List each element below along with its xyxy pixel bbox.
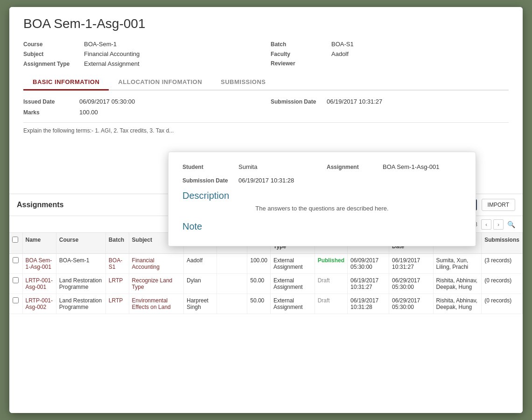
row-allocated-to-0: Sumita, Xun, Liling, Prachi xyxy=(433,254,482,274)
basic-info-content: Issued Date 06/09/2017 05:30:00 Submissi… xyxy=(23,98,509,116)
assignment-type-label: Assignment Type xyxy=(23,61,79,67)
tab-basic-information[interactable]: BASIC INFORMATION xyxy=(23,75,109,91)
row-checkbox-0[interactable] xyxy=(9,254,22,274)
row-marks-2: 50.00 xyxy=(247,294,271,314)
row-allocated-to-1: Rishita, Abhinav, Deepak, Hung xyxy=(433,274,482,294)
course-row: Course BOA-Sem-1 xyxy=(23,41,261,48)
popup-student-value: Sumita xyxy=(238,163,257,170)
submission-date-value: 06/19/2017 10:31:27 xyxy=(327,98,382,105)
tab-allocation-information[interactable]: ALLOCATION INFOMATION xyxy=(109,75,211,91)
row-name-2[interactable]: LRTP-001-Asg-002 xyxy=(22,294,56,314)
row-subject-1: Recognize Land Type xyxy=(129,274,183,294)
popup-submission-date-field: Submission Date 06/19/2017 10:31:28 xyxy=(182,177,317,184)
row-allocated-to-2: Rishita, Abhinav, Deepak, Hung xyxy=(433,294,482,314)
row-state-2: Draft xyxy=(315,294,347,314)
row-subject-0: Financial Accounting xyxy=(129,254,183,274)
faculty-value: Aadolf xyxy=(331,50,349,57)
row-reviewer-0 xyxy=(217,254,247,274)
popup-submission-date-label: Submission Date xyxy=(182,177,234,184)
pagination-nav: ‹ › xyxy=(481,219,504,230)
row-state-1: Draft xyxy=(315,274,347,294)
row-submission-date-1: 06/29/2017 05:30:00 xyxy=(389,274,433,294)
row-select-1[interactable] xyxy=(13,277,19,283)
popup-description-text: The answers to the questions are describ… xyxy=(182,205,462,212)
fields-right: Batch BOA-S1 Faculty Aadolf Reviewer xyxy=(271,41,509,67)
batch-value: BOA-S1 xyxy=(331,41,354,48)
header-name: Name xyxy=(22,233,56,254)
row-course-2: Land Restoration Programme xyxy=(56,294,105,314)
row-assignment-type-2: External Assignment xyxy=(270,294,315,314)
popup-description-title: Description xyxy=(182,190,462,201)
row-submissions-2: (0 records) xyxy=(482,294,523,314)
select-all-checkbox[interactable] xyxy=(12,237,18,243)
row-name-0[interactable]: BOA Sem-1-Asg-001 xyxy=(22,254,56,274)
popup-row-1: Student Sumita Assignment BOA Sem-1-Asg-… xyxy=(182,163,462,170)
row-issued-date-1: 06/19/2017 10:31:27 xyxy=(348,274,389,294)
table-body: BOA Sem-1-Asg-001 BOA-Sem-1 BOA-S1 Finan… xyxy=(9,254,523,314)
description-text: Explain the following terms:- 1. AGI, 2.… xyxy=(23,122,509,134)
tab-submissions[interactable]: SUBMISSIONS xyxy=(211,75,275,91)
row-state-0: Published xyxy=(315,254,347,274)
import-button[interactable]: IMPORT xyxy=(482,199,515,211)
popup-row-2: Submission Date 06/19/2017 10:31:28 xyxy=(182,177,462,184)
issued-date-label: Issued Date xyxy=(23,98,75,105)
row-faculty-0: Aadolf xyxy=(183,254,217,274)
header-batch: Batch xyxy=(105,233,129,254)
row-submissions-1: (0 records) xyxy=(482,274,523,294)
header-course: Course xyxy=(56,233,105,254)
table-row[interactable]: LRTP-001-Asg-002 Land Restoration Progra… xyxy=(9,294,523,314)
row-batch-1: LRTP xyxy=(105,274,129,294)
header-submissions: Submissions xyxy=(482,233,523,254)
marks-value: 100.00 xyxy=(79,109,98,116)
row-batch-0: BOA-S1 xyxy=(105,254,129,274)
row-marks-0: 100.00 xyxy=(247,254,271,274)
row-faculty-2: Harpreet Singh xyxy=(183,294,217,314)
popup-assignment-field: Assignment BOA Sem-1-Asg-001 xyxy=(327,163,462,170)
next-page-button[interactable]: › xyxy=(493,219,504,230)
reviewer-label: Reviewer xyxy=(271,60,327,67)
table-row[interactable]: BOA Sem-1-Asg-001 BOA-Sem-1 BOA-S1 Finan… xyxy=(9,254,523,274)
submission-date-label: Submission Date xyxy=(271,98,322,105)
submission-date-row: Submission Date 06/19/2017 10:31:27 xyxy=(271,98,509,105)
row-checkbox-2[interactable] xyxy=(9,294,22,314)
popup-student-label: Student xyxy=(182,164,234,170)
marks-row: Marks 100.00 xyxy=(23,109,261,116)
row-submission-date-2: 06/29/2017 05:30:00 xyxy=(389,294,433,314)
reviewer-row: Reviewer xyxy=(271,60,509,67)
fields-grid: Course BOA-Sem-1 Subject Financial Accou… xyxy=(23,41,509,67)
search-button[interactable]: 🔍 xyxy=(507,221,515,228)
subject-label: Subject xyxy=(23,51,79,57)
course-label: Course xyxy=(23,41,79,48)
prev-page-button[interactable]: ‹ xyxy=(481,219,491,230)
row-checkbox-1[interactable] xyxy=(9,274,22,294)
page-title: BOA Sem-1-Asg-001 xyxy=(23,16,509,31)
issued-date-value: 06/09/2017 05:30:00 xyxy=(79,98,135,105)
assignment-type-value: External Assignment xyxy=(84,60,140,67)
batch-label: Batch xyxy=(271,41,327,48)
row-marks-1: 50.00 xyxy=(247,274,271,294)
row-select-0[interactable] xyxy=(13,257,19,263)
row-assignment-type-1: External Assignment xyxy=(270,274,315,294)
header-checkbox[interactable] xyxy=(9,233,22,254)
row-subject-2: Environmental Effects on Land xyxy=(129,294,183,314)
row-batch-2: LRTP xyxy=(105,294,129,314)
row-name-1[interactable]: LRTP-001-Asg-001 xyxy=(22,274,56,294)
batch-row: Batch BOA-S1 xyxy=(271,41,509,48)
popup-student-field: Student Sumita xyxy=(182,163,317,170)
row-assignment-type-0: External Assignment xyxy=(270,254,315,274)
row-course-1: Land Restoration Programme xyxy=(56,274,105,294)
popup-assignment-label: Assignment xyxy=(327,164,378,170)
table-row[interactable]: LRTP-001-Asg-001 Land Restoration Progra… xyxy=(9,274,523,294)
row-faculty-1: Dylan xyxy=(183,274,217,294)
faculty-label: Faculty xyxy=(271,51,327,57)
row-submissions-0: (3 records) xyxy=(482,254,523,274)
row-issued-date-0: 06/09/2017 05:30:00 xyxy=(348,254,389,274)
tabs-bar: BASIC INFORMATION ALLOCATION INFOMATION … xyxy=(23,75,509,91)
subject-value: Financial Accounting xyxy=(84,50,140,57)
row-select-2[interactable] xyxy=(13,297,19,303)
marks-label: Marks xyxy=(23,109,75,116)
row-reviewer-1 xyxy=(217,274,247,294)
faculty-row: Faculty Aadolf xyxy=(271,50,509,57)
row-issued-date-2: 06/19/2017 10:31:28 xyxy=(348,294,389,314)
assignment-type-row: Assignment Type External Assignment xyxy=(23,60,261,67)
